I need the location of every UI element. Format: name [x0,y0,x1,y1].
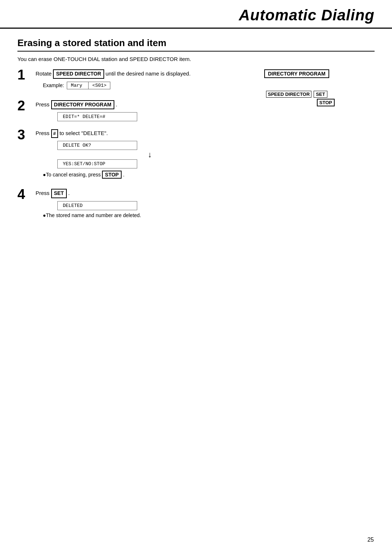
step-3: 3 Press # to select "DELETE". DELETE OK?… [17,129,208,181]
set-key: SET [51,189,67,198]
step-3-display1: DELETE OK? [57,141,137,150]
dir-prog-row: DIRECTORY PROGRAM [264,69,329,80]
arrow-down-icon: ↓ [92,151,208,159]
step-3-text: Press # to select "DELETE". [36,129,208,138]
step-1-number: 1 [17,68,30,82]
directory-program-key-2: DIRECTORY PROGRAM [51,100,114,110]
step-4-display: DELETED [57,201,137,210]
step-1-text: Rotate SPEED DIRECTOR until the desired … [36,69,208,79]
page-header: Automatic Dialing [0,0,392,29]
step-2: 2 Press DIRECTORY PROGRAM . EDIT=* DELET… [17,100,208,122]
page-number: 25 [367,537,374,543]
step-3-display2: YES:SET/NO:STOP [57,159,137,168]
directory-program-label: DIRECTORY PROGRAM [264,69,329,78]
step-1: 1 Rotate SPEED DIRECTOR until the desire… [17,69,208,92]
step-2-number: 2 [17,99,30,113]
stop-key: STOP [102,171,122,179]
example-label: Example: [43,82,64,88]
example-display-code: <S01> [89,82,110,89]
step-3-content: Press # to select "DELETE". DELETE OK? ↓… [36,129,208,181]
hash-key: # [51,129,58,138]
section-title: Erasing a stored station and item [17,37,375,52]
step-3-bullet: ●To cancel erasing, press STOP . [43,171,208,179]
speed-director-key-1: SPEED DIRECTOR [53,69,104,79]
right-column: DIRECTORY PROGRAM Display [219,69,375,105]
step-4-bullet: ●The stored name and number are deleted. [43,212,208,218]
step-2-display: EDIT=* DELETE=# [57,112,137,121]
two-column-layout: 1 Rotate SPEED DIRECTOR until the desire… [17,69,375,228]
step-4-number: 4 [17,187,30,201]
step-4: 4 Press SET . DELETED ●The stored name a… [17,189,208,220]
stop-diagram-label: STOP [317,99,335,106]
step-3-number: 3 [17,128,30,142]
example-row: Example: Mary <S01> [43,82,208,89]
page-title: Automatic Dialing [17,7,375,24]
left-column: 1 Rotate SPEED DIRECTOR until the desire… [17,69,208,228]
speed-director-diagram-label: SPEED DIRECTOR [266,91,311,98]
step-4-text: Press SET . [36,189,208,198]
bottom-labels: SPEED DIRECTOR SET [266,91,327,98]
intro-text: You can erase ONE-TOUCH DIAL station and… [17,56,375,62]
step-2-text: Press DIRECTORY PROGRAM . [36,100,208,110]
content-area: Erasing a stored station and item You ca… [0,29,392,243]
set-diagram-label: SET [314,91,327,98]
step-1-content: Rotate SPEED DIRECTOR until the desired … [36,69,208,92]
step-4-content: Press SET . DELETED ●The stored name and… [36,189,208,220]
example-display-name: Mary [67,82,89,89]
step-2-content: Press DIRECTORY PROGRAM . EDIT=* DELETE=… [36,100,208,122]
